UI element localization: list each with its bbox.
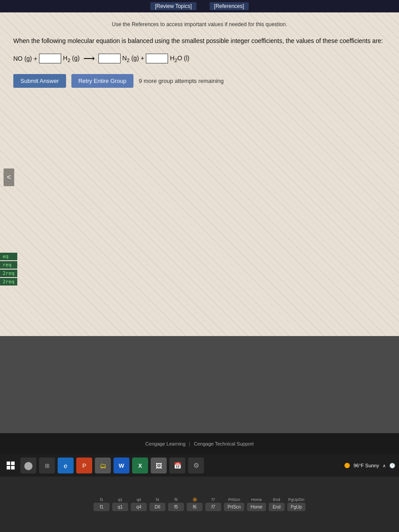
fn-button-f3[interactable]: q4 — [131, 503, 147, 511]
fn-key-f6: 🔆 f6 — [187, 497, 203, 511]
windows-taskbar: ⬤ ⊞ e P 🗂 W X 🖼 📅 ⚙ 96°F Sunny ∧ 🕐 — [0, 454, 399, 477]
taskbar-files[interactable]: 🗂 — [95, 458, 111, 473]
taskbar-separator: | — [189, 441, 190, 446]
cengage-learning-link[interactable]: Cengage Learning — [145, 441, 186, 446]
taskbar-excel[interactable]: X — [132, 458, 148, 473]
submit-answer-button[interactable]: Submit Answer — [13, 74, 66, 88]
fn-button-end[interactable]: End — [269, 503, 285, 511]
fn-key-f2: q1 q1 — [112, 497, 128, 511]
fn-button-f1[interactable]: f1 — [94, 503, 110, 511]
fn-button-prtscn[interactable]: PrtScn — [224, 503, 244, 511]
coefficient-input-1[interactable] — [39, 54, 61, 63]
fn-button-pgup[interactable]: PgUp — [287, 503, 305, 511]
fn-key-f4: f4 DII — [149, 497, 165, 511]
reaction-arrow: ⟶ — [83, 54, 95, 63]
main-content-area: Use the References to access important v… — [0, 12, 399, 336]
fn-button-f2[interactable]: q1 — [112, 503, 128, 511]
sidebar-label-req: req — [0, 261, 17, 269]
question-text: When the following molecular equation is… — [13, 36, 386, 46]
fn-key-f7: f7 f7 — [205, 497, 221, 511]
attempts-remaining-text: 9 more group attempts remaining — [139, 78, 223, 84]
taskbar-edge[interactable]: e — [58, 458, 74, 473]
fn-key-home: Home Home — [247, 497, 266, 511]
fn-button-home[interactable]: Home — [247, 503, 266, 511]
sidebar-label-2req-1: 2req — [0, 270, 17, 277]
review-topics-link[interactable]: [Review Topics] — [150, 2, 196, 10]
top-navigation-bar: [Review Topics] [References] — [0, 0, 399, 12]
taskbar-word[interactable]: W — [113, 458, 129, 473]
taskbar-search[interactable]: ⬤ — [20, 458, 36, 473]
coefficient-input-2[interactable] — [98, 54, 121, 63]
taskbar-taskview[interactable]: ⊞ — [39, 458, 55, 473]
product2-label: H2O (l) — [170, 55, 189, 63]
weather-icon — [344, 463, 350, 468]
fn-key-end: End End — [269, 497, 285, 511]
reactant1-label: NO (g) + — [13, 55, 37, 62]
retry-entire-group-button[interactable]: Retry Entire Group — [71, 74, 133, 88]
taskbar-powerpoint[interactable]: P — [76, 458, 92, 473]
fn-button-f7[interactable]: f7 — [205, 503, 221, 511]
product1-label: N2 (g) + — [122, 55, 145, 63]
fn-button-f5[interactable]: f5 — [168, 503, 184, 511]
equation-row: NO (g) + H2 (g) ⟶ N2 (g) + H2O (l) — [13, 54, 386, 63]
taskbar-system-tray: 96°F Sunny ∧ 🕐 — [344, 463, 395, 469]
windows-start-button[interactable] — [4, 458, 18, 473]
fn-key-f5: f5 f5 — [168, 497, 184, 511]
fn-button-f4[interactable]: DII — [149, 503, 165, 511]
taskbar-settings[interactable]: ⚙ — [188, 458, 204, 473]
references-link[interactable]: [References] — [210, 2, 249, 10]
tray-arrow-up[interactable]: ∧ — [383, 463, 386, 468]
taskbar-calendar[interactable]: 📅 — [169, 458, 185, 473]
fn-key-f1-f2: f1 f1 — [94, 497, 110, 511]
fn-keys-row: f1 f1 q1 q1 q4 q4 f4 DII f5 f5 🔆 f6 f7 f… — [94, 497, 305, 511]
reference-text: Use the References to access important v… — [13, 21, 386, 27]
nav-back-arrow[interactable]: < — [4, 168, 14, 186]
coefficient-input-3[interactable] — [146, 54, 168, 63]
function-keys-bar: f1 f1 q1 q1 q4 q4 f4 DII f5 f5 🔆 f6 f7 f… — [0, 477, 399, 532]
left-sidebar: eq req 2req 2req — [0, 253, 17, 286]
fn-key-prtscn: PrtScn PrtScn — [224, 497, 244, 511]
windows-logo-icon — [7, 462, 15, 469]
fn-button-f6[interactable]: f6 — [187, 503, 203, 511]
taskbar-photos[interactable]: 🖼 — [151, 458, 167, 473]
weather-text: 96°F Sunny — [353, 463, 379, 468]
tray-clock-area: 🕐 — [389, 463, 395, 469]
cengage-taskbar: Cengage Learning | Cengage Technical Sup… — [0, 433, 399, 454]
sidebar-label-2req-2: 2req — [0, 278, 17, 286]
cengage-support-link[interactable]: Cengage Technical Support — [194, 441, 254, 446]
buttons-row: Submit Answer Retry Entire Group 9 more … — [13, 74, 386, 88]
fn-key-f3: q4 q4 — [131, 497, 147, 511]
fn-key-pgup-pgdn: PgUp/Dn PgUp — [287, 497, 305, 511]
reactant2-label: H2 (g) — [63, 55, 80, 63]
sidebar-label-eq: eq — [0, 253, 17, 260]
